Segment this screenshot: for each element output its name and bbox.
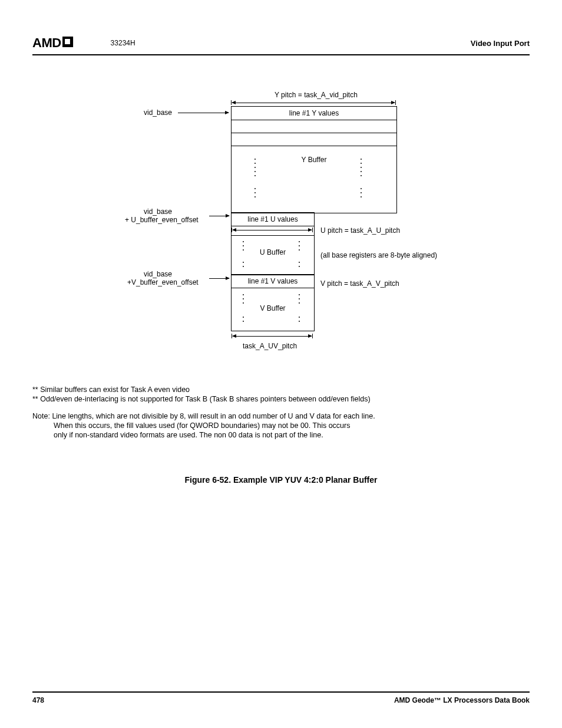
y-buffer-box: line #1 Y values Y Buffer <box>231 106 397 213</box>
v-line1: line #1 V values <box>248 277 298 285</box>
note-line3: only if non-standard video formats are u… <box>54 431 530 440</box>
footer-book-title: AMD Geode™ LX Processors Data Book <box>394 696 530 704</box>
y-pitch-label: Y pitch = task_A_vid_pitch <box>275 91 358 99</box>
u-pitch-arrow <box>233 230 312 230</box>
vid-base-v-arrow <box>209 278 229 279</box>
vid-base-v-l1: vid_base <box>144 270 172 278</box>
align-note: (all base registers are 8-byte aligned) <box>320 251 437 259</box>
y-pitch-arrow <box>232 103 395 103</box>
buffer-diagram: Y pitch = task_A_vid_pitch vid_base line… <box>66 91 496 350</box>
y-line1: line #1 Y values <box>289 109 339 117</box>
page-number: 478 <box>32 696 44 704</box>
note-star1: ** Similar buffers can exist for Task A … <box>32 386 530 395</box>
uv-pitch-arrow <box>233 336 312 337</box>
logo-text: AMD <box>32 35 61 51</box>
vid-base-u-l1: vid_base <box>144 207 172 216</box>
y-buffer-label: Y Buffer <box>232 156 396 164</box>
note-star2: ** Odd/even de-interlacing is not suppor… <box>32 395 530 404</box>
u-line1: line #1 U values <box>247 215 297 223</box>
vid-base-v-l2: +V_buffer_even_offset <box>127 278 199 286</box>
vid-base-label: vid_base <box>144 108 172 117</box>
page-header: AMD 33234H Video Input Port <box>32 35 530 55</box>
amd-logo: AMD <box>32 35 75 51</box>
page-footer: 478 AMD Geode™ LX Processors Data Book <box>32 691 530 704</box>
v-buffer-label: V Buffer <box>232 304 314 312</box>
uv-pitch-label: task_A_UV_pitch <box>243 342 297 350</box>
v-pitch-label: V pitch = task_A_V_pitch <box>320 279 399 288</box>
vid-base-u-l2: + U_buffer_even_offset <box>125 216 199 224</box>
note-line1: Line lengths, which are not divisible by… <box>52 412 375 420</box>
notes-block: ** Similar buffers can exist for Task A … <box>32 386 530 440</box>
u-buffer-label: U Buffer <box>232 248 314 256</box>
note-label: Note: <box>32 412 50 420</box>
amd-arrow-icon <box>62 35 75 51</box>
figure-caption: Figure 6-52. Example VIP YUV 4:2:0 Plana… <box>32 475 530 485</box>
vid-base-arrow <box>178 113 229 113</box>
u-pitch-label: U pitch = task_A_U_pitch <box>320 226 400 235</box>
doc-number: 33234H <box>111 39 135 47</box>
vid-base-u-arrow <box>209 216 229 216</box>
note-line2: When this occurs, the fill values used (… <box>54 421 530 431</box>
section-title: Video Input Port <box>471 39 530 48</box>
svg-marker-1 <box>71 37 72 47</box>
